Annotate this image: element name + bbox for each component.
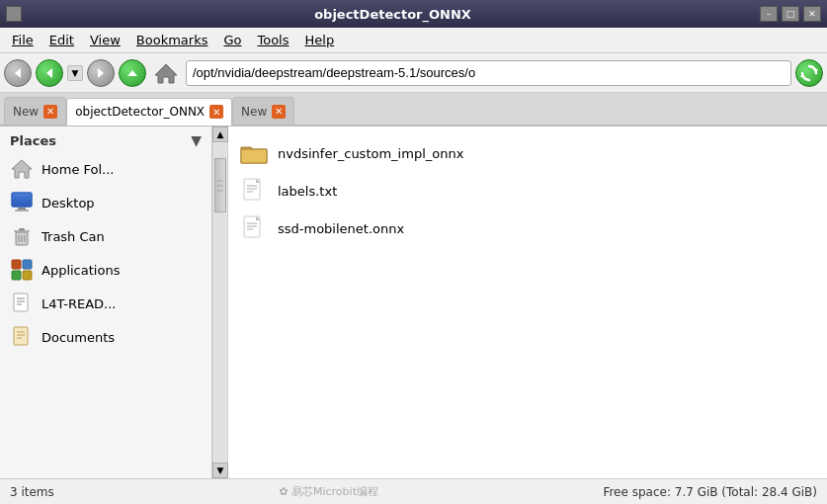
refresh-button[interactable] xyxy=(795,59,823,87)
titlebar: objectDetector_ONNX – □ ✕ xyxy=(0,0,827,28)
tab-new-1[interactable]: New ✕ xyxy=(4,97,66,125)
items-count: 3 items xyxy=(10,485,54,499)
file-item-onnx[interactable]: ssd-mobilenet.onnx xyxy=(236,210,819,247)
onnx-file-icon xyxy=(240,214,268,242)
watermark: ✿ 易芯Microbit编程 xyxy=(279,484,378,499)
scroll-down-arrow[interactable]: ▼ xyxy=(212,462,228,478)
file-item-labels-name: labels.txt xyxy=(278,184,337,199)
tab-new-2-label: New xyxy=(241,105,267,119)
sidebar-scrollbar[interactable]: ▲ ▼ xyxy=(212,126,228,478)
scroll-thumb[interactable] xyxy=(214,158,226,212)
svg-rect-11 xyxy=(15,210,29,211)
sidebar-item-applications-label: Applications xyxy=(41,263,120,278)
titlebar-controls: – □ ✕ xyxy=(760,6,821,22)
tab-new-1-label: New xyxy=(13,105,39,119)
svg-marker-4 xyxy=(155,64,177,83)
back-green-button[interactable] xyxy=(36,59,63,87)
svg-marker-2 xyxy=(98,68,104,78)
svg-marker-0 xyxy=(15,68,21,78)
maximize-button[interactable]: □ xyxy=(782,6,799,22)
file-item-folder-name: nvdsinfer_custom_impl_onnx xyxy=(278,146,463,161)
window-title: objectDetector_ONNX xyxy=(26,7,760,22)
file-pane: nvdsinfer_custom_impl_onnx labels.txt xyxy=(228,126,827,478)
sidebar-item-l4t-label: L4T-READ... xyxy=(41,296,117,311)
menu-tools[interactable]: Tools xyxy=(249,30,296,50)
sidebar-item-home[interactable]: Home Fol... xyxy=(0,152,211,186)
svg-rect-22 xyxy=(14,294,28,311)
sidebar-item-trash[interactable]: Trash Can xyxy=(0,219,211,253)
up-button[interactable] xyxy=(119,59,146,87)
free-space: Free space: 7.7 GiB (Total: 28.4 GiB) xyxy=(603,485,817,499)
menu-file[interactable]: File xyxy=(4,30,41,50)
window-icon xyxy=(6,6,22,22)
menu-bookmarks[interactable]: Bookmarks xyxy=(128,30,216,50)
menu-view[interactable]: View xyxy=(82,30,128,50)
sidebar-item-documents[interactable]: Documents xyxy=(0,320,211,354)
svg-marker-1 xyxy=(46,68,52,78)
sidebar-item-documents-label: Documents xyxy=(41,330,115,345)
sidebar-title: Places xyxy=(10,133,56,148)
tab-objectdetector[interactable]: objectDetector_ONNX ✕ xyxy=(66,98,232,126)
file-item-onnx-name: ssd-mobilenet.onnx xyxy=(278,221,404,236)
folder-icon xyxy=(240,139,268,167)
sidebar-item-applications[interactable]: Applications xyxy=(0,253,211,287)
text-file-icon xyxy=(240,177,268,205)
home-icon xyxy=(10,157,34,181)
sidebar-item-desktop[interactable]: Desktop xyxy=(0,186,211,219)
file-item-labels[interactable]: labels.txt xyxy=(236,172,819,210)
tab-new-2[interactable]: New ✕ xyxy=(232,97,294,125)
statusbar: 3 items ✿ 易芯Microbit编程 Free space: 7.7 G… xyxy=(0,478,827,504)
svg-rect-21 xyxy=(23,271,32,280)
tab-objectdetector-label: objectDetector_ONNX xyxy=(75,105,205,119)
sidebar: Places ▼ Home Fol... xyxy=(0,126,212,478)
menu-help[interactable]: Help xyxy=(297,30,343,50)
tab-new-2-close[interactable]: ✕ xyxy=(272,105,286,119)
minimize-button[interactable]: – xyxy=(760,6,778,22)
svg-marker-7 xyxy=(12,160,32,178)
file-item-folder[interactable]: nvdsinfer_custom_impl_onnx xyxy=(236,134,819,172)
desktop-icon xyxy=(10,191,34,214)
svg-rect-10 xyxy=(18,208,26,210)
toolbar: ▼ xyxy=(0,53,827,93)
back-button[interactable] xyxy=(4,59,32,87)
tab-objectdetector-close[interactable]: ✕ xyxy=(209,105,223,119)
close-button[interactable]: ✕ xyxy=(803,6,821,22)
svg-rect-26 xyxy=(14,327,28,345)
svg-rect-19 xyxy=(23,260,32,269)
tabs: New ✕ objectDetector_ONNX ✕ New ✕ xyxy=(0,93,827,126)
menu-go[interactable]: Go xyxy=(215,30,249,50)
svg-marker-3 xyxy=(127,70,137,76)
main-area: Places ▼ Home Fol... xyxy=(0,126,827,478)
scroll-up-arrow[interactable]: ▲ xyxy=(212,126,228,142)
sidebar-item-home-label: Home Fol... xyxy=(41,162,115,177)
svg-rect-13 xyxy=(14,230,30,232)
l4t-icon xyxy=(10,292,34,315)
svg-rect-9 xyxy=(12,193,32,207)
trash-icon xyxy=(10,224,34,248)
menubar: File Edit View Bookmarks Go Tools Help xyxy=(0,28,827,53)
sidebar-header: Places ▼ xyxy=(0,126,211,152)
apps-icon xyxy=(10,258,34,282)
sidebar-item-trash-label: Trash Can xyxy=(41,229,105,244)
svg-rect-18 xyxy=(12,260,21,269)
sidebar-item-l4t[interactable]: L4T-READ... xyxy=(0,287,211,320)
tab-new-1-close[interactable]: ✕ xyxy=(43,105,57,119)
documents-icon xyxy=(10,325,34,349)
nav-dropdown-button[interactable]: ▼ xyxy=(67,65,83,81)
sidebar-toggle[interactable]: ▼ xyxy=(191,132,202,148)
scroll-track xyxy=(214,143,226,462)
svg-rect-20 xyxy=(12,271,21,280)
home-button[interactable] xyxy=(150,59,182,87)
menu-edit[interactable]: Edit xyxy=(41,30,82,50)
sidebar-item-desktop-label: Desktop xyxy=(41,196,95,210)
address-bar[interactable] xyxy=(186,60,791,86)
scroll-thumb-grip xyxy=(217,179,223,192)
svg-rect-14 xyxy=(19,228,25,230)
file-list: nvdsinfer_custom_impl_onnx labels.txt xyxy=(228,126,827,478)
forward-button[interactable] xyxy=(87,59,115,87)
